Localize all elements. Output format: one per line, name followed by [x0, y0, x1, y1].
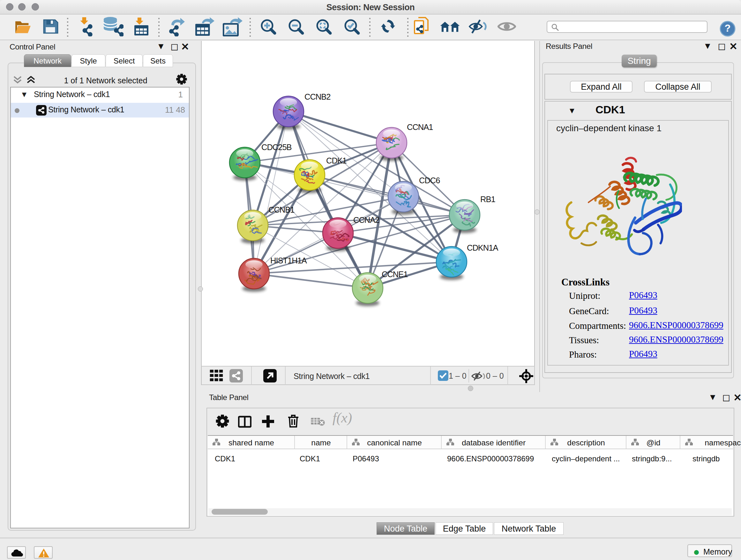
svg-text:CCNB2: CCNB2: [305, 92, 330, 101]
svg-text:CCNA1: CCNA1: [407, 123, 433, 132]
svg-text:HIST1H1A: HIST1H1A: [270, 256, 307, 265]
svg-text:CDKN1A: CDKN1A: [467, 243, 498, 252]
svg-text:CDC25B: CDC25B: [261, 143, 292, 152]
svg-text:CDC6: CDC6: [419, 176, 440, 185]
svg-text:RB1: RB1: [480, 195, 495, 204]
svg-text:?: ?: [724, 23, 731, 34]
svg-text:CCNA2: CCNA2: [353, 215, 379, 225]
svg-text:CDK1: CDK1: [326, 156, 347, 165]
svg-text:CCNB1: CCNB1: [268, 205, 294, 214]
svg-text:CCNE1: CCNE1: [382, 270, 408, 279]
